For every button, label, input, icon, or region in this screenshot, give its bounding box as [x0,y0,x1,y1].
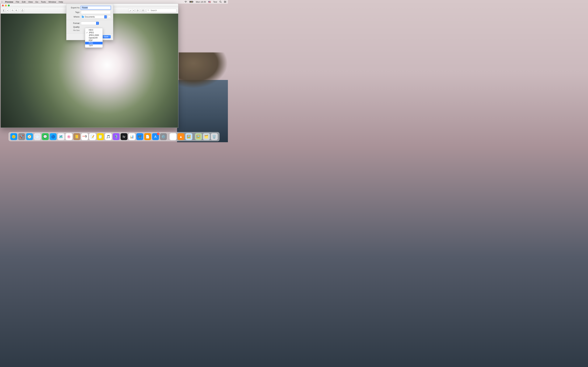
tags-input[interactable] [82,11,110,14]
dock-divider [168,133,168,140]
menu-edit[interactable]: Edit [22,1,26,3]
menubar:  Preview File Edit View Go Tools Window… [0,0,228,4]
dock-settings[interactable]: ⚙️ [160,133,167,140]
quality-label: Quality: [69,26,80,28]
dock-maps[interactable]: 🗺️ [58,133,64,140]
window-minimize[interactable] [5,5,7,6]
wifi-icon[interactable] [184,1,187,3]
where-stepper[interactable]: ▲▼ [104,15,107,18]
menu-window[interactable]: Window [48,1,56,3]
format-option-tiff[interactable]: TIFF [85,44,103,47]
format-select[interactable]: ▲▼ [81,22,99,25]
format-option-png[interactable]: PNG [85,42,103,44]
menubar-clock[interactable]: Mon 18:35 [196,1,206,3]
search-input[interactable] [150,9,175,12]
dock-preview[interactable]: 🖼️ [185,133,192,140]
dock-photos[interactable]: 🌸 [65,133,72,140]
dock-pages[interactable]: 📄 [144,133,151,140]
where-select[interactable]: Documents ▲▼ [81,15,107,18]
apple-menu[interactable]:  [2,0,2,3]
rotate-button[interactable] [136,9,140,12]
svg-rect-1 [193,1,193,2]
menu-tools[interactable]: Tools [41,1,46,3]
svg-line-27 [149,10,149,11]
dock-safari[interactable]: 🧭 [26,133,33,140]
dock-music[interactable]: 🎵 [105,133,112,140]
dock[interactable]: 🙂🚀🧭✉️💬🔵🗺️🌸📒FEB9📝🗒️🎵🎙️tv📊📽️📄A4⚙️◎▲🖼️🖼️🗂️🗑… [9,132,219,141]
svg-rect-13 [3,9,4,11]
zoom-out-button[interactable] [10,9,14,12]
dock-contacts[interactable]: 📒 [73,133,80,140]
sidebar-view-menu[interactable]: ▾ [6,9,9,12]
svg-line-18 [17,11,17,11]
svg-point-9 [224,1,225,1]
dock-chrome[interactable]: ◎ [170,133,177,140]
format-option-jpeg[interactable]: JPEG [85,31,103,34]
svg-point-10 [225,1,226,2]
menu-help[interactable]: Help [59,1,63,3]
svg-text:⚡: ⚡ [191,1,192,3]
folder-icon [82,16,84,18]
window-close[interactable] [2,5,4,6]
format-dropdown[interactable]: HEICJPEGJPEG-2000OpenEXRPDFPNGTIFF [85,28,103,48]
dock-keynote[interactable]: 📽️ [136,133,143,140]
dock-finder[interactable]: 🙂 [10,133,17,140]
tags-label: Tags: [69,11,80,13]
dock-airdrop[interactable]: 🔵 [50,133,57,140]
dock-reminders[interactable]: 📝 [89,133,96,140]
app-menu[interactable]: Preview [5,1,13,3]
where-disclose[interactable]: ⌵ [108,15,111,18]
dock-launchpad[interactable]: 🚀 [18,133,25,140]
where-value: Documents [85,16,95,18]
svg-point-26 [148,9,149,11]
dock-appstore-badge: 4 [157,133,159,135]
dock-mail[interactable]: ✉️ [34,133,41,140]
export-as-field[interactable]: Flower [81,6,111,9]
where-label: Where: [69,16,80,18]
format-option-heic[interactable]: HEIC [85,29,103,31]
format-option-openexr[interactable]: OpenEXR [85,37,103,39]
menubar-user[interactable]: Test [213,1,217,3]
export-as-value: Flower [82,7,88,9]
dock-calendar[interactable]: FEB9 [81,133,88,140]
search-icon [147,9,149,12]
export-as-label: Export As: [69,7,80,9]
window-maximize[interactable] [8,5,10,6]
zoom-in-button[interactable] [14,9,18,12]
spotlight-icon[interactable] [219,1,222,3]
svg-point-4 [220,1,221,2]
markup-button[interactable] [128,9,132,12]
wallpaper-island [179,52,228,88]
dock-trash[interactable]: 🗑️ [211,133,218,140]
dock-recent-2[interactable]: 🗂️ [203,133,210,140]
share-button[interactable] [20,9,24,12]
dock-recent-1[interactable]: 🖼️ [195,133,202,140]
toolbar-search[interactable] [146,9,177,12]
svg-rect-23 [137,10,138,11]
svg-line-5 [221,2,222,3]
battery-icon[interactable]: ⚡ [189,1,194,3]
dock-notes[interactable]: 🗒️ [97,133,104,140]
svg-point-11 [225,2,225,3]
svg-point-25 [143,10,143,10]
flag-icon[interactable]: 🇺🇸 [208,1,211,3]
menu-go[interactable]: Go [35,1,38,3]
menu-file[interactable]: File [16,1,19,3]
control-center-icon[interactable] [224,1,226,3]
markup-menu[interactable]: ▾ [132,9,135,12]
dock-appstore[interactable]: A4 [152,133,159,140]
svg-line-15 [13,11,13,11]
dock-podcasts[interactable]: 🎙️ [113,133,120,140]
dock-vlc[interactable]: ▲ [178,133,184,140]
tags-field[interactable] [81,11,111,14]
dock-tv[interactable]: tv [121,133,128,140]
file-size-label: File Size: [69,30,80,31]
dock-numbers[interactable]: 📊 [129,133,135,140]
format-option-jpeg-2000[interactable]: JPEG-2000 [85,34,103,37]
dock-messages[interactable]: 💬 [42,133,49,140]
info-button[interactable] [141,9,145,12]
format-option-pdf[interactable]: PDF [85,39,103,42]
menu-view[interactable]: View [28,1,33,3]
sidebar-view-button[interactable] [2,9,6,12]
preview-window: Flower.heic ⌵ ▾ ▾ [0,4,178,128]
